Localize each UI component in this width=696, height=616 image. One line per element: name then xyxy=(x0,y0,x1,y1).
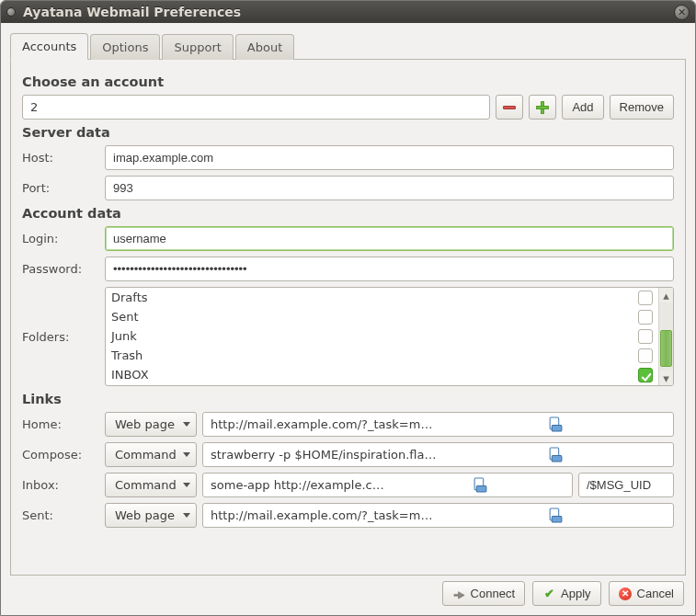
minus-icon xyxy=(503,106,516,109)
chevron-down-icon xyxy=(183,513,190,518)
window-title: Ayatana Webmail Preferences xyxy=(23,5,674,19)
folder-name: Trash xyxy=(111,348,143,362)
tab-options[interactable]: Options xyxy=(90,34,160,60)
folder-checkbox[interactable] xyxy=(638,329,653,344)
close-button[interactable]: ✕ xyxy=(674,5,690,20)
chevron-down-icon xyxy=(183,422,190,427)
tab-about[interactable]: About xyxy=(235,34,294,60)
folder-item[interactable]: Sent xyxy=(106,307,658,326)
scroll-down-button[interactable]: ▾ xyxy=(659,371,673,385)
account-selector-value: 2 xyxy=(30,100,38,114)
inbox-label: Inbox: xyxy=(22,478,99,492)
compose-command-value: strawberry -p $HOME/inspiration.flac && … xyxy=(211,448,438,462)
scroll-thumb[interactable] xyxy=(660,330,672,368)
host-label: Host: xyxy=(22,151,99,165)
compose-type-value: Command xyxy=(115,448,177,462)
inbox-suffix-input[interactable] xyxy=(578,473,674,497)
svg-rect-1 xyxy=(553,426,563,431)
choose-account-heading: Choose an account xyxy=(22,74,674,89)
home-label: Home: xyxy=(22,417,99,431)
folder-checkbox[interactable] xyxy=(638,368,653,382)
tabstrip: Accounts Options Support About xyxy=(10,32,686,60)
browse-icon[interactable] xyxy=(443,508,670,523)
home-type-dropdown[interactable]: Web page xyxy=(105,412,197,437)
dialog-footer: Connect ✔ Apply ✕ Cancel xyxy=(10,576,686,606)
password-input[interactable] xyxy=(105,257,674,281)
sent-type-value: Web page xyxy=(115,508,175,522)
apply-label: Apply xyxy=(561,587,591,600)
login-input[interactable] xyxy=(105,226,674,251)
port-label: Port: xyxy=(22,181,99,195)
home-url-value: http://mail.example.com/?_task=mail&_mbo… xyxy=(211,417,438,431)
apply-icon: ✔ xyxy=(542,587,556,600)
remove-button[interactable]: Remove xyxy=(610,95,674,120)
password-label: Password: xyxy=(22,262,99,276)
titlebar[interactable]: Ayatana Webmail Preferences ✕ xyxy=(1,1,695,23)
cancel-label: Cancel xyxy=(637,587,674,600)
folder-name: Drafts xyxy=(111,291,148,304)
inbox-type-dropdown[interactable]: Command xyxy=(105,473,197,497)
add-button[interactable]: Add xyxy=(562,95,603,120)
port-input[interactable] xyxy=(105,176,674,200)
plus-icon xyxy=(536,101,549,114)
cancel-icon: ✕ xyxy=(619,587,633,600)
folder-name: INBOX xyxy=(111,368,149,382)
add-account-plus-button[interactable] xyxy=(529,95,556,120)
browse-icon[interactable] xyxy=(393,477,569,493)
browse-icon[interactable] xyxy=(443,447,670,462)
links-heading: Links xyxy=(22,392,674,406)
folder-item[interactable]: Drafts xyxy=(106,288,658,307)
folder-item[interactable]: Junk xyxy=(106,326,658,346)
browse-icon[interactable] xyxy=(443,416,670,432)
client-area: Accounts Options Support About Choose an… xyxy=(1,23,695,615)
scroll-up-button[interactable]: ▴ xyxy=(659,288,673,302)
close-icon: ✕ xyxy=(678,6,686,18)
sent-url-input[interactable]: http://mail.example.com/?_task=mail&_mbo… xyxy=(202,503,674,528)
folder-checkbox[interactable] xyxy=(638,291,653,305)
svg-rect-7 xyxy=(553,517,563,522)
inbox-type-value: Command xyxy=(115,478,177,492)
tabpage-accounts: Choose an account 2 Add Remove Server da… xyxy=(10,60,686,576)
account-selector[interactable]: 2 xyxy=(22,95,490,120)
cancel-button[interactable]: ✕ Cancel xyxy=(609,581,684,606)
tab-accounts[interactable]: Accounts xyxy=(10,33,88,60)
folders-scrollbar[interactable]: ▴ ▾ xyxy=(658,288,673,385)
host-input[interactable] xyxy=(105,145,674,170)
home-url-input[interactable]: http://mail.example.com/?_task=mail&_mbo… xyxy=(202,412,674,437)
titlebar-dot-icon xyxy=(6,7,16,17)
folders-list: Drafts Sent Junk Trash xyxy=(106,288,658,385)
chevron-down-icon xyxy=(183,483,190,487)
server-data-heading: Server data xyxy=(22,125,674,140)
login-label: Login: xyxy=(22,232,99,245)
svg-rect-5 xyxy=(476,486,486,492)
scroll-track[interactable] xyxy=(659,302,673,371)
folder-name: Junk xyxy=(111,329,137,343)
connect-button[interactable]: Connect xyxy=(442,581,525,606)
connect-label: Connect xyxy=(471,587,515,600)
compose-type-dropdown[interactable]: Command xyxy=(105,442,197,467)
compose-label: Compose: xyxy=(22,448,99,462)
remove-account-minus-button[interactable] xyxy=(496,95,523,120)
folder-name: Sent xyxy=(111,310,139,324)
svg-rect-3 xyxy=(553,456,563,462)
sent-url-value: http://mail.example.com/?_task=mail&_mbo… xyxy=(211,508,438,522)
home-type-value: Web page xyxy=(115,417,175,431)
folder-checkbox[interactable] xyxy=(638,310,653,325)
folder-item[interactable]: INBOX xyxy=(106,365,658,384)
connect-icon xyxy=(452,587,466,600)
account-data-heading: Account data xyxy=(22,206,674,221)
sent-type-dropdown[interactable]: Web page xyxy=(105,503,197,528)
tab-support[interactable]: Support xyxy=(162,34,233,60)
inbox-command-value: some-app http://example.com/read xyxy=(211,478,387,492)
folders-listbox[interactable]: Drafts Sent Junk Trash xyxy=(105,287,674,386)
chevron-down-icon xyxy=(183,452,190,457)
folders-label: Folders: xyxy=(22,330,99,344)
preferences-window: Ayatana Webmail Preferences ✕ Accounts O… xyxy=(0,0,696,616)
apply-button[interactable]: ✔ Apply xyxy=(532,581,601,606)
inbox-command-input[interactable]: some-app http://example.com/read xyxy=(202,473,573,497)
sent-label: Sent: xyxy=(22,508,99,522)
compose-command-input[interactable]: strawberry -p $HOME/inspiration.flac && … xyxy=(202,442,674,467)
folder-item[interactable]: Trash xyxy=(106,346,658,365)
folder-checkbox[interactable] xyxy=(638,348,653,363)
